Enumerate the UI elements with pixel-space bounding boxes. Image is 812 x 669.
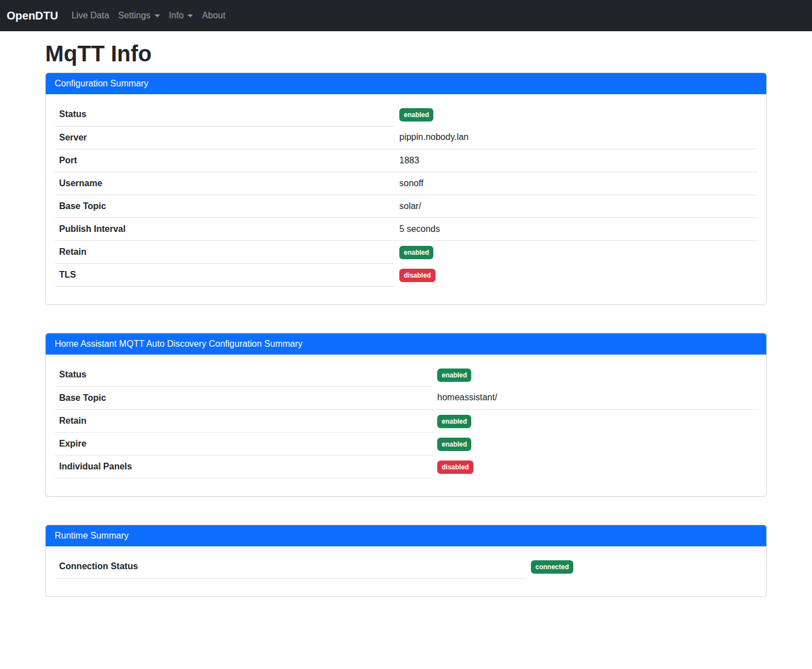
row-value: solar/ <box>395 195 757 217</box>
page-title: MqTT Info <box>45 40 767 67</box>
row-value: 1883 <box>395 149 757 172</box>
table-row: Username sonoff <box>55 172 757 195</box>
main-content: MqTT Info Configuration Summary Status e… <box>45 40 767 597</box>
row-value: disabled <box>433 455 757 478</box>
row-label: TLS <box>55 264 395 287</box>
navbar-brand[interactable]: OpenDTU <box>7 9 58 22</box>
status-badge: enabled <box>437 369 471 382</box>
hass-discovery-table: Status enabled Base Topic homeassistant/… <box>55 363 757 478</box>
nav-item-live-data[interactable]: Live Data <box>67 6 114 25</box>
row-label: Port <box>55 149 395 172</box>
table-row: TLS disabled <box>55 264 757 287</box>
nav-item-info-label: Info <box>169 11 184 21</box>
status-badge: enabled <box>399 108 433 122</box>
row-label: Server <box>55 126 395 149</box>
chevron-down-icon <box>187 14 193 17</box>
row-value: enabled <box>433 433 757 455</box>
status-badge: enabled <box>437 438 471 451</box>
status-badge: connected <box>531 560 573 574</box>
table-row: Status enabled <box>55 103 757 126</box>
runtime-table: Connection Status connected <box>55 555 757 579</box>
row-label: Expire <box>55 433 433 455</box>
row-label: Individual Panels <box>55 455 433 478</box>
row-label: Retain <box>55 240 395 264</box>
nav-item-settings-label: Settings <box>118 11 151 21</box>
card-body: Status enabled Server pippin.nobody.lan … <box>46 94 766 304</box>
table-row: Port 1883 <box>55 149 757 172</box>
row-label: Status <box>55 103 395 126</box>
row-value: enabled <box>433 363 757 386</box>
table-row: Connection Status connected <box>55 555 757 578</box>
table-row: Expire enabled <box>55 433 757 455</box>
table-row: Server pippin.nobody.lan <box>55 126 757 149</box>
table-row: Retain enabled <box>55 240 757 264</box>
table-row: Status enabled <box>55 363 757 386</box>
card-header-runtime-summary: Runtime Summary <box>46 525 766 546</box>
row-label: Connection Status <box>55 555 526 578</box>
row-value: enabled <box>395 103 757 126</box>
nav-item-settings[interactable]: Settings <box>114 6 165 25</box>
table-row: Base Topic homeassistant/ <box>55 386 757 409</box>
row-label: Publish Interval <box>55 217 395 240</box>
nav-item-about[interactable]: About <box>197 6 230 25</box>
navbar: OpenDTU Live Data Settings Info About <box>0 0 812 31</box>
status-badge: disabled <box>437 460 473 474</box>
status-badge: enabled <box>437 415 471 428</box>
row-label: Base Topic <box>55 386 433 409</box>
row-value: homeassistant/ <box>433 386 757 409</box>
row-label: Status <box>55 363 433 386</box>
status-badge: disabled <box>399 269 436 282</box>
row-value: pippin.nobody.lan <box>395 126 757 149</box>
card-body: Connection Status connected <box>46 546 766 597</box>
table-row: Publish Interval 5 seconds <box>55 217 757 240</box>
table-row: Base Topic solar/ <box>55 195 757 217</box>
card-body: Status enabled Base Topic homeassistant/… <box>46 355 766 496</box>
card-header-hass-discovery-summary: Home Assistant MQTT Auto Discovery Confi… <box>46 333 766 355</box>
navbar-nav: Live Data Settings Info About <box>67 6 230 25</box>
row-value: connected <box>526 555 757 578</box>
row-value: sonoff <box>395 172 757 195</box>
table-row: Individual Panels disabled <box>55 455 757 478</box>
row-value: 5 seconds <box>395 217 757 240</box>
row-value: disabled <box>395 264 757 287</box>
status-badge: enabled <box>399 246 433 259</box>
configuration-table: Status enabled Server pippin.nobody.lan … <box>55 103 757 287</box>
card-hass-discovery-summary: Home Assistant MQTT Auto Discovery Confi… <box>45 333 767 497</box>
chevron-down-icon <box>154 14 160 17</box>
row-label: Retain <box>55 409 433 433</box>
table-row: Retain enabled <box>55 409 757 433</box>
card-runtime-summary: Runtime Summary Connection Status connec… <box>45 525 767 597</box>
card-header-configuration-summary: Configuration Summary <box>46 73 766 94</box>
row-label: Username <box>55 172 395 195</box>
row-value: enabled <box>395 240 757 264</box>
row-value: enabled <box>433 409 757 433</box>
row-label: Base Topic <box>55 195 395 217</box>
nav-item-info[interactable]: Info <box>165 6 198 25</box>
card-configuration-summary: Configuration Summary Status enabled Ser… <box>45 72 767 305</box>
